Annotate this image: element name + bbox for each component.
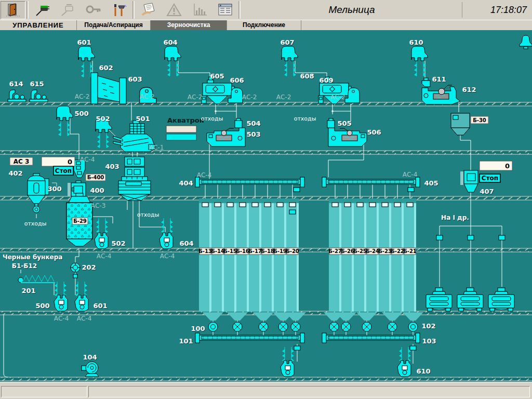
alarms-button[interactable] bbox=[162, 1, 187, 19]
trends-button[interactable] bbox=[187, 1, 212, 19]
level-sensor bbox=[215, 203, 221, 207]
value-display-0: 0 bbox=[42, 157, 75, 166]
valve-202[interactable] bbox=[71, 263, 80, 272]
svg-text:Б-14: Б-14 bbox=[211, 248, 224, 254]
key-icon bbox=[85, 3, 102, 17]
label-501: 501 bbox=[136, 115, 150, 123]
svg-text:Б-15: Б-15 bbox=[223, 248, 237, 254]
svg-text:Б-26: Б-26 bbox=[341, 248, 354, 254]
bunker-Б-16[interactable]: Б-16 bbox=[236, 198, 249, 312]
level-sensor bbox=[227, 203, 233, 207]
svg-text:Б-24: Б-24 bbox=[366, 248, 379, 254]
level-sensor bbox=[277, 203, 283, 207]
level-sensor bbox=[240, 203, 246, 207]
svg-text:0: 0 bbox=[505, 162, 510, 170]
bunker-Б-21[interactable]: Б-21 bbox=[403, 198, 417, 312]
label-АС-2: АС-2 bbox=[242, 94, 257, 101]
label-АС-2: АС-2 bbox=[140, 93, 155, 100]
bunker-Б-17[interactable]: Б-17 bbox=[248, 198, 262, 312]
label-502: 502 bbox=[96, 115, 110, 123]
tag-box-Б-29: Б-29 bbox=[72, 218, 88, 224]
level-sensor bbox=[264, 203, 271, 207]
svg-text:Б-30: Б-30 bbox=[473, 117, 486, 123]
label-отходы: отходы bbox=[137, 211, 159, 218]
bunker-Б-15[interactable]: Б-15 bbox=[223, 198, 237, 312]
label-500: 500 bbox=[74, 110, 88, 117]
toolbar: Мельница 17:18:07 bbox=[0, 0, 532, 20]
bunker-Б-14[interactable]: Б-14 bbox=[211, 198, 224, 312]
label-АС-4: АС-4 bbox=[54, 315, 69, 322]
status-panel-right bbox=[88, 386, 530, 397]
level-sensor bbox=[344, 203, 351, 207]
tab-zernoochistka[interactable]: Зерноочистка bbox=[151, 20, 227, 31]
label-506: 506 bbox=[367, 128, 381, 136]
label-400: 400 bbox=[90, 187, 104, 194]
svg-text:Б-29: Б-29 bbox=[73, 218, 87, 224]
level-sensor bbox=[202, 203, 208, 207]
report-button[interactable] bbox=[212, 1, 237, 19]
svg-text:Б-21: Б-21 bbox=[403, 248, 417, 254]
bunker-Б-25[interactable]: Б-25 bbox=[353, 198, 367, 312]
connect-button[interactable] bbox=[30, 1, 55, 19]
value-display-1: 0 bbox=[480, 161, 512, 170]
svg-text:Б-19: Б-19 bbox=[273, 248, 287, 254]
label-АС-4: АС-4 bbox=[80, 156, 95, 163]
bunker-Б-26[interactable]: Б-26 bbox=[341, 198, 354, 312]
level-sensor bbox=[332, 203, 338, 207]
toolbar-separator bbox=[26, 1, 29, 19]
toolbar-separator bbox=[238, 1, 241, 19]
bunker-Б-20[interactable]: Б-20 bbox=[286, 198, 299, 312]
label-502: 502 bbox=[111, 240, 125, 247]
bunker-Б-22[interactable]: Б-22 bbox=[391, 198, 404, 312]
stop-button-0[interactable]: Стоп bbox=[54, 166, 73, 175]
key-button[interactable] bbox=[81, 1, 106, 19]
label-608: 608 bbox=[300, 72, 314, 80]
tag-box-Б-30: Б-30 bbox=[471, 116, 488, 124]
rail bbox=[0, 377, 532, 381]
bunker-Б-19[interactable]: Б-19 bbox=[273, 198, 287, 312]
tab-podacha-aspiratsiya[interactable]: Подача/Аспирация bbox=[77, 20, 151, 31]
process-mimic: Б-13Б-14Б-15Б-16Б-17Б-18Б-19Б-20Б-27Б-26… bbox=[0, 30, 532, 382]
application-window: Мельница 17:18:07 УПРАВЛЕНИЕ Подача/Аспи… bbox=[0, 0, 532, 399]
label-Черные бункера: Черные бункера bbox=[3, 254, 62, 261]
tab-podklyuchenie[interactable]: Подключение bbox=[227, 20, 301, 31]
tag-box-АС 3: АС 3 bbox=[10, 157, 33, 165]
stop-button-1[interactable]: Стоп bbox=[480, 174, 500, 182]
label-Б1-Б12: Б1-Б12 bbox=[12, 262, 37, 270]
label-605: 605 bbox=[210, 72, 224, 80]
line-junction bbox=[215, 110, 217, 112]
exit-button[interactable] bbox=[1, 1, 25, 19]
svg-text:Б-25: Б-25 bbox=[353, 248, 367, 254]
trends-chart-icon bbox=[192, 3, 207, 17]
journal-button[interactable] bbox=[136, 1, 161, 19]
bunker-Б-18[interactable]: Б-18 bbox=[261, 198, 274, 312]
tab-upravlenie[interactable]: УПРАВЛЕНИЕ bbox=[0, 20, 77, 31]
svg-text:Б-400: Б-400 bbox=[87, 175, 104, 180]
label-АС-2: АС-2 bbox=[188, 94, 203, 101]
label-500: 500 bbox=[35, 302, 49, 310]
label-АС-2: АС-2 bbox=[75, 93, 90, 100]
label-611: 611 bbox=[432, 75, 446, 83]
label-407: 407 bbox=[480, 188, 494, 195]
bunker-Б-27[interactable]: Б-27 bbox=[328, 198, 342, 312]
label-601: 601 bbox=[77, 38, 91, 46]
settings-button[interactable] bbox=[107, 1, 131, 19]
label-610: 610 bbox=[409, 38, 423, 46]
bunker-Б-13[interactable]: Б-13 bbox=[198, 198, 212, 312]
disconnect-button[interactable] bbox=[56, 1, 81, 19]
label-101: 101 bbox=[179, 337, 193, 345]
label-АС-4: АС-4 bbox=[77, 315, 92, 322]
label-615: 615 bbox=[30, 80, 44, 88]
label-604: 604 bbox=[163, 38, 177, 46]
label-503: 503 bbox=[246, 130, 260, 138]
level-sensor bbox=[407, 203, 413, 207]
svg-text:Стоп: Стоп bbox=[482, 175, 498, 182]
label-602: 602 bbox=[99, 64, 113, 72]
status-panel-left bbox=[1, 386, 87, 397]
svg-text:Б-27: Б-27 bbox=[328, 248, 342, 254]
label-404: 404 bbox=[179, 179, 193, 187]
bunker-Б-24[interactable]: Б-24 bbox=[366, 198, 379, 312]
label-610: 610 bbox=[416, 367, 430, 375]
bunker-Б-23[interactable]: Б-23 bbox=[378, 198, 392, 312]
plug-connect-icon bbox=[35, 3, 50, 17]
